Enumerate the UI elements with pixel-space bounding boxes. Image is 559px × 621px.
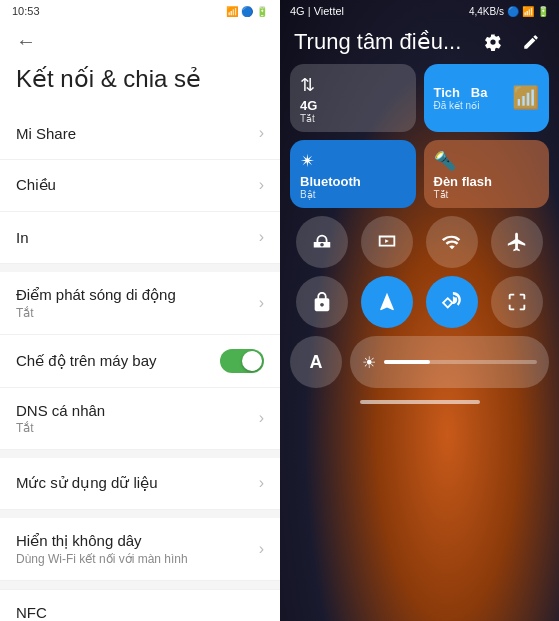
cc-header: Trung tâm điều... — [280, 22, 559, 64]
flash-label: Đèn flash — [434, 174, 493, 189]
brightness-fill — [384, 360, 430, 364]
4g-icon: ⇅ — [300, 74, 315, 96]
signal-right-icon: 📶 — [522, 6, 534, 17]
page-title: Kết nối & chia sẻ — [0, 61, 280, 108]
tiles-row-1: ⇅ 4G Tắt Tich Ba Đã kết nối 📶 — [290, 64, 549, 132]
wifi-icon: 📶 — [512, 85, 539, 111]
section-divider-4 — [0, 581, 280, 589]
chevron-icon: › — [259, 124, 264, 142]
menu-item-nfc[interactable]: NFC — [0, 589, 280, 621]
flash-icon: 🔦 — [434, 150, 456, 172]
tile-wifi-small[interactable] — [426, 216, 478, 268]
brightness-slider[interactable]: ☀ — [350, 336, 549, 388]
tile-location[interactable] — [361, 276, 413, 328]
cc-title: Trung tâm điều... — [294, 29, 461, 55]
wifi-label: Tich Ba — [434, 85, 505, 100]
status-bar-left: 10:53 📶 🔵 🔋 — [0, 0, 280, 22]
tile-4g[interactable]: ⇅ 4G Tắt — [290, 64, 416, 132]
bottom-controls: A ☀ — [280, 336, 559, 388]
bluetooth-sublabel: Bật — [300, 189, 315, 200]
settings-icon-btn[interactable] — [479, 28, 507, 56]
edit-icon-btn[interactable] — [517, 28, 545, 56]
tile-reading-mode[interactable]: A — [290, 336, 342, 388]
brightness-track — [384, 360, 537, 364]
bt-status-icon: 🔵 — [507, 6, 519, 17]
chevron-icon: › — [259, 474, 264, 492]
speed-label: 4,4KB/s — [469, 6, 504, 17]
status-icons-left: 📶 🔵 🔋 — [226, 6, 268, 17]
tile-flash[interactable]: 🔦 Đèn flash Tắt — [424, 140, 550, 208]
brightness-icon: ☀ — [362, 353, 376, 372]
chevron-icon: › — [259, 409, 264, 427]
chevron-icon: › — [259, 540, 264, 558]
signal-icon: 📶 — [226, 6, 238, 17]
control-center: 4G | Viettel 4,4KB/s 🔵 📶 🔋 Trung tâm điề… — [280, 0, 559, 621]
section-divider — [0, 264, 280, 272]
menu-item-wireless-display[interactable]: Hiển thị không dây Dùng Wi-Fi kết nối vớ… — [0, 518, 280, 581]
chevron-icon: › — [259, 228, 264, 246]
flash-sublabel: Tắt — [434, 189, 449, 200]
menu-item-dns[interactable]: DNS cá nhân Tắt › — [0, 388, 280, 450]
section-divider-3 — [0, 510, 280, 518]
tiles-row-2: ✴ Bluetooth Bật 🔦 Đèn flash Tắt — [290, 140, 549, 208]
tile-bluetooth[interactable]: ✴ Bluetooth Bật — [290, 140, 416, 208]
tile-lock-rotation[interactable] — [296, 276, 348, 328]
small-row-1 — [290, 216, 549, 268]
menu-item-in[interactable]: In › — [0, 212, 280, 264]
time-left: 10:53 — [12, 5, 40, 17]
chevron-icon: › — [259, 176, 264, 194]
tile-wifi[interactable]: Tich Ba Đã kết nối 📶 — [424, 64, 550, 132]
bluetooth-icon: ✴ — [300, 150, 315, 172]
carrier-label: 4G | Viettel — [290, 5, 344, 17]
tile-screenshot[interactable] — [491, 276, 543, 328]
menu-list: Mi Share › Chiều › In › Điểm phát sóng d… — [0, 108, 280, 621]
battery-icon: 🔋 — [256, 6, 268, 17]
status-bar-right: 4G | Viettel 4,4KB/s 🔵 📶 🔋 — [280, 0, 559, 22]
right-panel: 4G | Viettel 4,4KB/s 🔵 📶 🔋 Trung tâm điề… — [280, 0, 559, 621]
menu-item-mishare[interactable]: Mi Share › — [0, 108, 280, 160]
cc-header-icons — [479, 28, 545, 56]
menu-item-data-usage[interactable]: Mức sử dụng dữ liệu › — [0, 458, 280, 510]
menu-item-hotspot[interactable]: Điểm phát sóng di động Tắt › — [0, 272, 280, 335]
tile-screen-record[interactable] — [361, 216, 413, 268]
menu-item-chieu[interactable]: Chiều › — [0, 160, 280, 212]
tiles-container: ⇅ 4G Tắt Tich Ba Đã kết nối 📶 ✴ Bluetoot… — [280, 64, 559, 328]
status-icons-right: 4,4KB/s 🔵 📶 🔋 — [469, 6, 549, 17]
4g-label: 4G — [300, 98, 317, 113]
wifi-sublabel: Đã kết nối — [434, 100, 505, 111]
4g-sublabel: Tắt — [300, 113, 315, 124]
menu-item-airplane[interactable]: Chế độ trên máy bay — [0, 335, 280, 388]
bt-icon: 🔵 — [241, 6, 253, 17]
bluetooth-label: Bluetooth — [300, 174, 361, 189]
tile-auto-rotate[interactable] — [426, 276, 478, 328]
back-button[interactable]: ← — [0, 22, 280, 61]
chevron-icon: › — [259, 294, 264, 312]
section-divider-2 — [0, 450, 280, 458]
home-indicator — [360, 400, 480, 404]
battery-right-icon: 🔋 — [537, 6, 549, 17]
airplane-toggle[interactable] — [220, 349, 264, 373]
tile-mute[interactable] — [296, 216, 348, 268]
small-row-2 — [290, 276, 549, 328]
left-panel: 10:53 📶 🔵 🔋 ← Kết nối & chia sẻ Mi Share… — [0, 0, 280, 621]
tile-airplane[interactable] — [491, 216, 543, 268]
